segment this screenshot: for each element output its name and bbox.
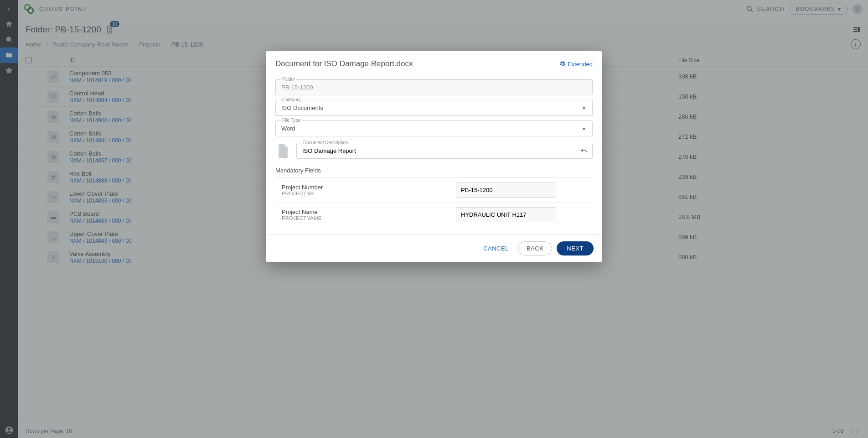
mandatory-row: Project NumberPROJECTNR [275,178,593,203]
file-type-field[interactable]: File Type Word ▼ [275,120,593,136]
folder-input: PB-15-1200 [275,79,593,95]
gear-icon [559,61,566,67]
mandatory-sublabel: PROJECTNAME [282,215,447,221]
description-input[interactable] [296,143,593,159]
document-modal: Document for ISO Damage Report.docx Exte… [266,51,602,262]
extended-label: Extended [568,61,593,68]
description-field-label: Document Description [302,140,349,145]
mandatory-row: Project NamePROJECTNAME [275,203,593,227]
mandatory-label: Project Name [282,209,447,215]
undo-button[interactable] [580,147,588,155]
mandatory-sublabel: PROJECTNR [282,191,447,196]
category-select[interactable]: ISO Documents [275,100,593,116]
mandatory-input[interactable] [456,207,556,222]
folder-field: Folder PB-15-1200 [275,79,593,95]
next-button[interactable]: NEXT [557,241,594,256]
description-field: Document Description [296,143,593,159]
file-type-select[interactable]: Word [275,120,593,136]
category-field-label: Category [281,97,302,102]
mandatory-heading: Mandatory Fields [275,167,593,178]
mandatory-input[interactable] [456,182,556,198]
back-button[interactable]: BACK [518,241,552,256]
extended-button[interactable]: Extended [559,61,593,68]
mandatory-label: Project Number [282,184,447,191]
modal-overlay[interactable]: Document for ISO Damage Report.docx Exte… [0,0,868,438]
undo-icon [580,147,588,155]
document-icon [275,144,290,158]
file-type-field-label: File Type [281,118,302,123]
category-field[interactable]: Category ISO Documents ▼ [275,100,593,116]
modal-title: Document for ISO Damage Report.docx [275,59,559,68]
folder-field-label: Folder [281,77,296,82]
cancel-button[interactable]: CANCEL [479,242,513,255]
